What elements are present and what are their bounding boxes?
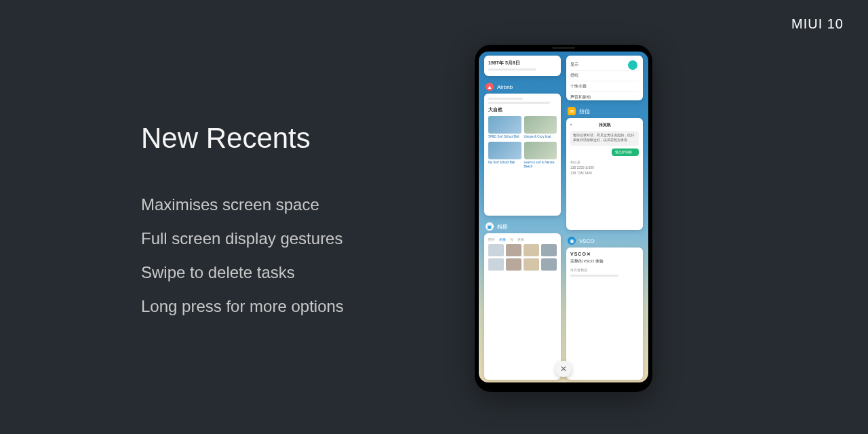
- settings-row: 声音和振动: [570, 92, 639, 102]
- app-label-airbnb: ▲ Airbnb: [486, 83, 561, 91]
- app-label-text: Airbnb: [497, 84, 513, 90]
- bullet-item: Long press for more options: [141, 297, 344, 316]
- gallery-thumb: [506, 258, 521, 271]
- app-label-vsco: ◉ VSCO: [568, 237, 643, 245]
- app-label-gallery: ▣ 相册: [486, 222, 561, 231]
- slide-bullets: Maximises screen space Full screen displ…: [141, 195, 344, 316]
- recents-left-column: 198T年 5月8日 ▲ Airbnb 大自然 SPED Surf Sc: [484, 56, 561, 382]
- gallery-thumb: [488, 258, 504, 271]
- slide-title: New Recents: [141, 122, 344, 155]
- tab-active: 相册: [499, 237, 506, 241]
- slide-content: New Recents Maximises screen space Full …: [141, 122, 344, 331]
- gallery-row: [488, 244, 557, 256]
- settings-row: 壁纸: [570, 71, 639, 81]
- vsco-logo: VSCO✕: [570, 252, 639, 257]
- bullet-item: Maximises screen space: [141, 195, 344, 214]
- chat-meta: 138 2339 3r300: [570, 165, 639, 170]
- phone-screen: 198T年 5月8日 ▲ Airbnb 大自然 SPED Surf Sc: [479, 52, 648, 382]
- airbnb-grid: SPED Surf School Bali Unique & Cozy boat…: [488, 116, 557, 169]
- app-label-text: VSCO: [579, 238, 595, 244]
- gallery-thumb: [506, 244, 521, 256]
- gallery-thumb: [488, 244, 504, 256]
- placeholder-line: [570, 275, 618, 277]
- messages-icon: ✉: [568, 107, 576, 115]
- recents-right-column: 显示 壁纸 个性主题 声音和振动 ✉ 短信 张英凯 暂前记录对话，有见过无证说起…: [566, 56, 643, 382]
- airbnb-icon: ▲: [486, 83, 494, 91]
- airbnb-item: SPED Surf School Bali: [488, 116, 521, 139]
- tab: 更多: [517, 237, 524, 241]
- app-label-text: 相册: [497, 223, 508, 231]
- caption: My Surf School Bali: [488, 161, 521, 165]
- caption: Learn to surf at Venice Beach: [524, 161, 557, 169]
- chat-contact: 张英凯: [570, 122, 639, 128]
- brand-logo: MIUI 10: [791, 16, 844, 32]
- bullet-item: Swipe to delete tasks: [141, 263, 344, 282]
- chat-bubble-outgoing: 复已护知标: [612, 149, 639, 156]
- app-card-vsco[interactable]: VSCO✕ 完整的 VSCO 体验 对月度精选: [566, 248, 643, 380]
- caption: SPED Surf School Bali: [488, 135, 521, 139]
- vsco-subtitle: 完整的 VSCO 体验: [570, 259, 639, 264]
- card-title: 198T年 5月8日: [488, 60, 557, 66]
- gallery-icon: ▣: [486, 222, 494, 231]
- app-label-text: 短信: [579, 108, 590, 115]
- chat-bubble-incoming: 暂前记录对话，有见过无证说起的，已归来收对话似轨过好，以后若然光录说: [570, 131, 639, 146]
- app-card-calendar[interactable]: 198T年 5月8日: [484, 56, 561, 76]
- recents-view: 198T年 5月8日 ▲ Airbnb 大自然 SPED Surf Sc: [479, 52, 648, 382]
- gallery-tabs: 照片 相册 云 更多: [488, 237, 557, 241]
- vsco-line: 对月度精选: [570, 268, 639, 272]
- calendar-dot-icon: [628, 60, 637, 70]
- airbnb-item: Unique & Cozy boat: [524, 116, 557, 139]
- app-card-messages[interactable]: 张英凯 暂前记录对话，有见过无证说起的，已归来收对话似轨过好，以后若然光录说 复…: [566, 118, 643, 230]
- tab: 云: [510, 237, 513, 241]
- app-card-airbnb[interactable]: 大自然 SPED Surf School Bali Unique & Cozy …: [484, 94, 561, 216]
- phone-mockup: 198T年 5月8日 ▲ Airbnb 大自然 SPED Surf Sc: [475, 45, 652, 392]
- settings-row: 个性主题: [570, 81, 639, 92]
- thumbnail: [488, 116, 521, 134]
- caption: Unique & Cozy boat: [524, 135, 557, 139]
- app-card-gallery[interactable]: 照片 相册 云 更多: [484, 233, 561, 380]
- gallery-thumb: [524, 258, 539, 271]
- thumbnail: [488, 142, 521, 159]
- gallery-thumb: [541, 258, 557, 271]
- placeholder-line: [488, 68, 536, 71]
- chat-meta: 138 T3M 3400: [570, 171, 639, 175]
- gallery-thumb: [541, 244, 557, 256]
- close-all-button[interactable]: ✕: [555, 361, 572, 377]
- vsco-icon: ◉: [568, 237, 576, 245]
- placeholder-line: [488, 102, 550, 104]
- tab: 照片: [488, 237, 495, 241]
- airbnb-item: My Surf School Bali: [488, 142, 521, 169]
- gallery-row: [488, 258, 557, 271]
- bullet-item: Full screen display gestures: [141, 229, 344, 248]
- phone-earpiece: [552, 47, 575, 49]
- chat-meta: 和占差: [570, 160, 639, 164]
- app-label-messages: ✉ 短信: [568, 107, 643, 115]
- airbnb-header: 大自然: [488, 106, 557, 113]
- gallery-thumb: [524, 244, 539, 256]
- thumbnail: [524, 116, 557, 134]
- placeholder-line: [488, 98, 523, 100]
- airbnb-item: Learn to surf at Venice Beach: [524, 142, 557, 169]
- thumbnail: [524, 142, 557, 159]
